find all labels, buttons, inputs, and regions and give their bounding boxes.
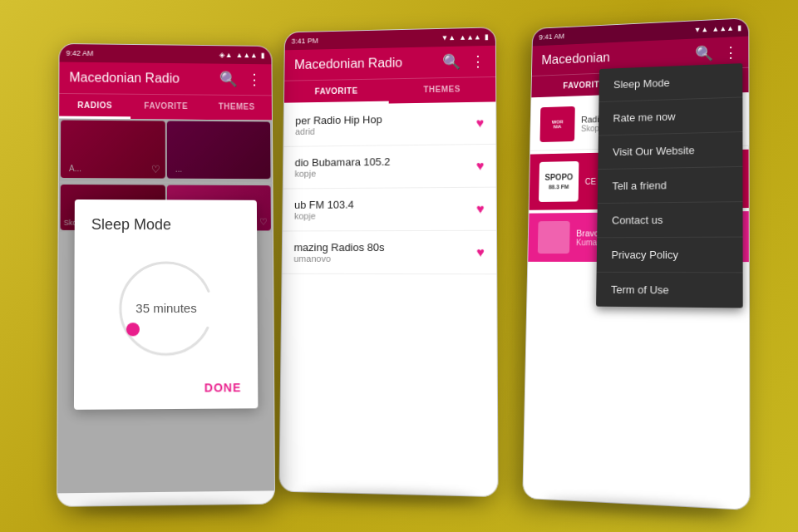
mid-fav-name-3: ub FM 103.4 [294,198,470,211]
mid-fav-item-2[interactable]: dio Bubamara 105.2 kopje ♥ [283,145,496,190]
dropdown-menu: Sleep Mode Rate me now Visit Our Website… [596,63,743,308]
sporo-logo: SPOРО88.3 FM [539,161,579,202]
dropdown-item-website[interactable]: Visit Our Website [598,132,742,170]
mid-fav-loc-4: umanovo [293,254,470,264]
front-tabs: RADIOS FAVORITE THEMES [59,93,272,121]
front-tab-radios[interactable]: RADIOS [59,94,131,119]
mid-tabs: FAVORITE THEMES [284,76,495,106]
back-battery-icon: ▮ [737,23,741,32]
mid-app-icons: 🔍 ⋮ [442,54,485,70]
mid-fav-info-1: per Radio Hip Hop adrid [295,112,470,136]
front-tab-favorite[interactable]: FAVORITE [131,95,201,120]
back-wifi-icon: ▼▲ [694,25,709,33]
dropdown-item-contact[interactable]: Contact us [597,202,742,238]
mid-tab-favorite[interactable]: FAVORITE [284,79,389,105]
mid-wifi-icon: ▼▲ [441,33,456,42]
sleep-dialog: Sleep Mode 35 minutes [74,200,258,410]
mid-status-icons: ▼▲ ▲▲▲ ▮ [441,32,488,42]
dropdown-item-privacy[interactable]: Privacy Policy [597,238,743,273]
front-tab-themes[interactable]: THEMES [201,96,272,121]
front-app-title: Macedonian Radio [69,70,180,86]
dropdown-item-friend[interactable]: Tell a friend [598,167,743,204]
mid-heart-2[interactable]: ♥ [476,158,485,173]
mid-fav-info-3: ub FM 103.4 kopje [294,198,470,221]
mid-heart-4[interactable]: ♥ [476,244,485,259]
back-search-icon[interactable]: 🔍 [695,46,713,61]
sleep-circle-container: 35 minutes [91,250,241,367]
bravo-logo [538,221,570,254]
mid-fav-loc-3: kopje [294,210,470,221]
dropdown-item-rate[interactable]: Rate me now [598,97,743,135]
mid-fav-info-2: dio Bubamara 105.2 kopje [294,155,469,179]
back-signal-icon: ▲▲▲ [712,24,734,33]
mid-fav-item-1[interactable]: per Radio Hip Hop adrid ♥ [283,101,495,146]
dropdown-item-sleep[interactable]: Sleep Mode [598,63,742,102]
back-radio-thumb-1: WORNIA [539,106,574,142]
svg-point-2 [126,323,140,336]
mid-heart-1[interactable]: ♥ [476,116,485,131]
front-status-icons: ◈▲ ▲▲▲ ▮ [219,51,265,59]
sleep-done-btn[interactable]: DONE [91,380,241,396]
front-wifi-icon: ◈▲ [219,51,233,59]
front-battery-icon: ▮ [261,52,265,60]
front-search-icon[interactable]: 🔍 [219,71,238,86]
mid-time: 3:41 PM [291,37,318,45]
front-time: 9:42 AM [66,49,93,57]
front-phone-body: 9:42 AM ◈▲ ▲▲▲ ▮ Macedonian Radio 🔍 ⋮ RA… [57,43,275,507]
mid-fav-item-4[interactable]: mazing Radios 80s umanovo ♥ [283,231,497,274]
mid-fav-info-4: mazing Radios 80s umanovo [293,241,470,264]
mid-phone-content: per Radio Hip Hop adrid ♥ dio Bubamara 1… [280,101,498,483]
mid-tab-themes[interactable]: THEMES [389,77,496,104]
sleep-dialog-title: Sleep Mode [91,216,241,234]
front-phone-content: A... ♡ ... Skopje Kumanovo ♡ Sle [57,119,274,494]
back-time: 9:41 AM [539,32,564,42]
mid-more-icon[interactable]: ⋮ [470,54,485,69]
mid-app-bar: Macedonian Radio 🔍 ⋮ [284,46,495,81]
front-signal-icon: ▲▲▲ [236,51,258,59]
front-phone: 9:42 AM ◈▲ ▲▲▲ ▮ Macedonian Radio 🔍 ⋮ RA… [57,43,275,507]
mid-fav-item-3[interactable]: ub FM 103.4 kopje ♥ [283,188,496,232]
mid-search-icon[interactable]: 🔍 [442,54,461,69]
back-status-icons: ▼▲ ▲▲▲ ▮ [694,23,742,33]
mid-heart-3[interactable]: ♥ [476,201,485,216]
back-more-icon[interactable]: ⋮ [723,45,738,60]
sleep-mode-overlay: Sleep Mode 35 minutes [57,119,274,494]
mid-fav-loc-2: kopje [294,167,469,179]
mid-app-title: Macedonian Radio [294,56,402,72]
front-app-icons: 🔍 ⋮ [219,71,262,86]
back-phone: 9:41 AM ▼▲ ▲▲▲ ▮ Macedonian 🔍 ⋮ FAVORITE… [522,17,750,510]
middle-phone-body: 3:41 PM ▼▲ ▲▲▲ ▮ Macedonian Radio 🔍 ⋮ FA… [278,27,498,497]
dropdown-item-terms[interactable]: Term of Use [596,273,743,308]
mid-fav-name-4: mazing Radios 80s [293,241,470,254]
mid-battery-icon: ▮ [485,32,489,41]
front-status-bar: 9:42 AM ◈▲ ▲▲▲ ▮ [59,44,271,64]
front-app-bar: Macedonian Radio 🔍 ⋮ [59,62,271,96]
front-more-icon[interactable]: ⋮ [247,72,262,87]
sleep-minutes-text: 35 minutes [135,300,197,317]
back-app-title: Macedonian [541,51,610,67]
sleep-done-label[interactable]: DONE [204,381,241,394]
mid-signal-icon: ▲▲▲ [459,33,481,42]
back-app-icons: 🔍 ⋮ [695,45,738,62]
middle-phone: 3:41 PM ▼▲ ▲▲▲ ▮ Macedonian Radio 🔍 ⋮ FA… [278,27,498,497]
